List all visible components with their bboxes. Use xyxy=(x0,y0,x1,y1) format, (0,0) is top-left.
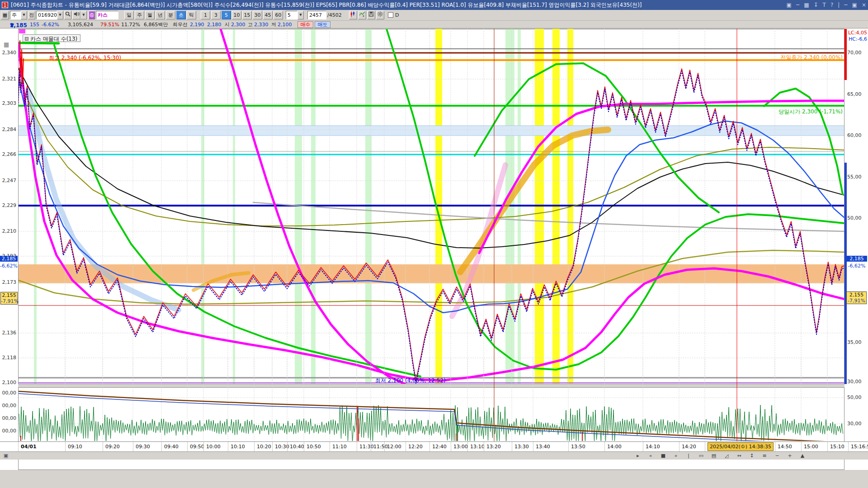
amount-value: 6,865백만 xyxy=(144,22,168,28)
time-tick xyxy=(406,442,406,452)
bar-stop-icon[interactable]: ■ xyxy=(658,452,668,459)
time-label: 13:30 xyxy=(514,444,529,450)
candle-plus-icon xyxy=(350,11,356,17)
add-line-button[interactable] xyxy=(358,11,366,19)
bar-rewind-icon[interactable]: « xyxy=(646,452,656,459)
sell-button[interactable]: 매도 xyxy=(315,21,330,28)
help-icon[interactable]: ? xyxy=(830,2,833,8)
stop-price-badge-left: 2,155-7,91% xyxy=(0,292,18,305)
current-price-badge-right: 2,185 xyxy=(846,256,867,262)
price-info-row: 2,185 ▼ 155 -6.62% 3,105,624 79.51% 11.7… xyxy=(0,21,868,28)
pin-icon[interactable]: ↧ xyxy=(814,2,818,8)
time-label: 09:10 xyxy=(68,444,82,450)
stock-name-field[interactable]: 카스 xyxy=(96,11,118,19)
time-tick xyxy=(304,442,304,452)
bar-count-input[interactable]: 2457 xyxy=(307,11,326,19)
open-price: 2,300 xyxy=(231,22,245,28)
interval-button-5[interactable]: 5 xyxy=(222,11,231,19)
period-button-틱[interactable]: 틱 xyxy=(187,11,196,19)
ratio-pct: 11.72% xyxy=(121,22,140,28)
speaker-button[interactable] xyxy=(72,11,80,19)
price-change: 155 xyxy=(30,22,39,28)
time-label: 10:20 xyxy=(257,444,271,450)
fit-width-icon[interactable]: ↔ xyxy=(734,452,744,459)
speaker-arrow-icon[interactable]: ▼ xyxy=(80,11,87,19)
right-axis-label: 65,00 xyxy=(847,91,862,97)
duplicate-icon[interactable]: ▦ xyxy=(804,2,809,8)
cascade-icon[interactable]: ▣ xyxy=(787,2,792,8)
price-change-pct: -6.62% xyxy=(42,22,59,28)
minimize-icon[interactable]: ─ xyxy=(844,2,847,8)
left-axis-label: 2,284 xyxy=(0,127,16,132)
custom-interval-arrow-icon[interactable]: ▼ xyxy=(297,11,304,19)
time-tick xyxy=(775,442,775,452)
ruler-icon[interactable]: ≡ xyxy=(760,452,769,459)
restore-icon[interactable]: ▣ xyxy=(852,2,857,8)
period-button-일[interactable]: 일 xyxy=(124,11,134,19)
volume-left-axis-label: 00,00 xyxy=(0,415,16,421)
left-axis-label: 2,100 xyxy=(0,380,16,385)
jeon-button[interactable]: 전 xyxy=(28,11,35,19)
low-price: 2,100 xyxy=(278,22,292,28)
time-tick xyxy=(568,442,569,452)
stock-code-arrow-icon[interactable]: ▼ xyxy=(57,11,63,19)
fit-height-icon[interactable]: ↕ xyxy=(747,452,757,459)
zoom-out-icon[interactable]: − xyxy=(772,452,782,459)
buy-button[interactable]: 매수 xyxy=(297,21,313,28)
right-axis-label: 70,00 xyxy=(847,50,862,56)
custom-interval-dropdown[interactable]: 5 xyxy=(286,11,297,19)
asset-type-arrow-icon[interactable]: ▼ xyxy=(21,11,27,19)
d-checkbox[interactable] xyxy=(388,12,393,18)
period-button-월[interactable]: 월 xyxy=(145,11,155,19)
status-grid-icon[interactable]: ▣ xyxy=(1,452,11,459)
stock-code-input[interactable]: 016920 xyxy=(36,11,57,19)
time-tick xyxy=(679,442,679,452)
period-button-년[interactable]: 년 xyxy=(156,11,165,19)
legend-square-icon xyxy=(25,37,28,41)
interval-button-10[interactable]: 10 xyxy=(232,11,241,19)
window-controls: ▣─▦↧T?|─▣× xyxy=(787,0,866,10)
main-plot-area[interactable] xyxy=(18,29,844,384)
stock-chart-window: 1 [0601] 주식종합차트 - 유통비율[59.9] 거래대금[6,864(… xyxy=(0,0,868,488)
layout-single-icon[interactable]: ▭ xyxy=(696,452,706,459)
interval-button-15[interactable]: 15 xyxy=(242,11,252,19)
interval-button-60[interactable]: 60 xyxy=(274,11,283,19)
font-icon[interactable]: T xyxy=(823,2,826,8)
period-button-초[interactable]: 초 xyxy=(176,11,186,19)
add-candle-button[interactable] xyxy=(349,11,357,19)
time-label: 13:20 xyxy=(486,444,501,450)
time-axis[interactable]: 04/0109:1009:2009:3009:4009:5010:0010:10… xyxy=(0,441,868,451)
minimize-strip-icon[interactable]: ─ xyxy=(796,2,799,8)
search-button[interactable] xyxy=(64,11,71,19)
titlebar: 1 [0601] 주식종합차트 - 유통비율[59.9] 거래대금[6,864(… xyxy=(0,0,868,10)
time-label: 10:00 xyxy=(206,444,221,450)
annotation-day-low: 최저 2,100 (4,05%, 12:52) xyxy=(375,377,446,385)
layout-multi-icon[interactable]: ▤ xyxy=(709,452,719,459)
interval-button-1[interactable]: 1 xyxy=(201,11,210,19)
interval-button-30[interactable]: 30 xyxy=(253,11,262,19)
period-button-분[interactable]: 분 xyxy=(166,11,175,19)
time-tick xyxy=(228,442,228,452)
panel-splitter[interactable] xyxy=(18,384,844,387)
chart-region: 카스 매물대 수(13) ▦ 최고 2,340 (-6,62%, 15:30) … xyxy=(0,28,868,488)
interval-button-3[interactable]: 3 xyxy=(211,11,221,19)
asset-type-dropdown[interactable]: 주 xyxy=(10,11,21,19)
interval-button-45[interactable]: 45 xyxy=(263,11,273,19)
panel-expand-icon[interactable]: ▲ xyxy=(797,452,807,459)
status-bar: ▣ ▸«■»|▭▤◿↔↕≡−+▲ xyxy=(0,451,868,460)
period-button-주[interactable]: 주 xyxy=(135,11,144,19)
left-axis-label: 2,136 xyxy=(0,330,16,336)
trendline-icon[interactable]: ◿ xyxy=(722,452,731,459)
time-tick xyxy=(287,442,288,452)
zoom-in-icon[interactable]: + xyxy=(785,452,795,459)
right-axis-label: 55,00 xyxy=(847,174,862,180)
chart-legend[interactable]: 카스 매물대 수(13) xyxy=(23,34,80,42)
left-axis-label: 2,321 xyxy=(0,76,16,82)
bar-first-icon[interactable]: ▸ xyxy=(633,452,643,459)
settings-button[interactable] xyxy=(376,11,384,19)
save-button[interactable] xyxy=(367,11,375,19)
close-icon[interactable]: × xyxy=(862,2,866,8)
grid-settings-icon[interactable]: ▦ xyxy=(4,41,9,48)
bar-forward-icon[interactable]: » xyxy=(671,452,681,459)
chart-window-icon[interactable]: ▦ xyxy=(1,11,9,19)
